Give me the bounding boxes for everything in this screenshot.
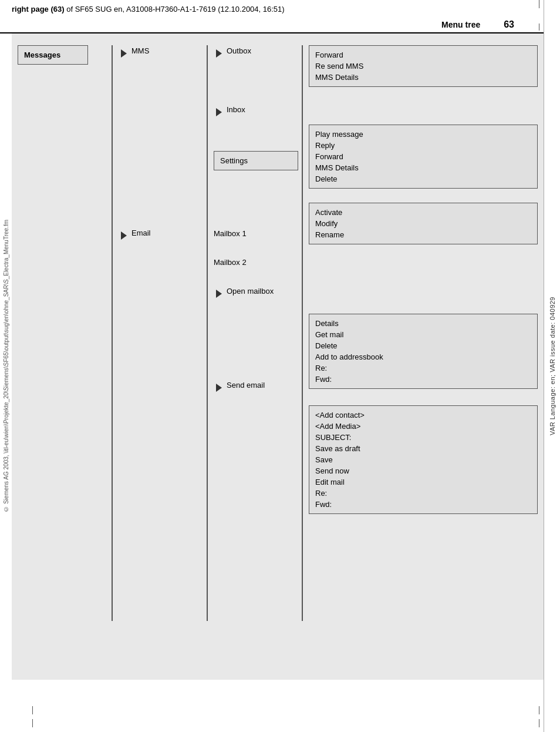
send-email-add-media: <Add Media> <box>315 421 531 432</box>
col4: Forward Re send MMS MMS Details Play mes… <box>303 39 538 627</box>
email-arrow-row: Email <box>119 227 203 241</box>
mailbox1-group: Mailbox 1 <box>214 228 298 239</box>
right-sidebar: VAR Language: en; VAR issue date: 040929 <box>544 0 560 732</box>
send-email-add-contact: <Add contact> <box>315 409 531 421</box>
outbox-details-box: Forward Re send MMS MMS Details <box>309 45 538 87</box>
col1-messages: Messages <box>18 39 112 627</box>
messages-box: Messages <box>18 45 88 65</box>
inbox-mms-details: MMS Details <box>315 162 531 173</box>
inbox-label-wrap: Inbox <box>227 104 245 115</box>
outbox-arrow-icon <box>216 49 222 58</box>
spacer-settings-mailbox1 <box>214 193 298 228</box>
open-mailbox-add-addressbook: Add to addressbook <box>315 351 531 362</box>
settings-details-box: Activate Modify Rename <box>309 203 538 244</box>
send-email-save: Save <box>315 454 531 465</box>
spacer-open-mailbox-send-email-details <box>309 399 538 405</box>
header-rest: of SF65 SUG en, A31008-H7360-A1-1-7619 (… <box>65 5 285 14</box>
email-arrow-icon <box>121 231 127 240</box>
inbox-details-box: Play message Reply Forward MMS Details D… <box>309 125 538 189</box>
inbox-label: Inbox <box>227 104 245 115</box>
left-sidebar: © Siemens AG 2003, \itl-eu\wien\Projekte… <box>0 35 12 697</box>
open-mailbox-arrow-icon <box>216 290 222 298</box>
send-email-send-now: Send now <box>315 465 531 476</box>
open-mailbox-fwd: Fwd: <box>315 374 531 385</box>
main-content: Messages MMS <box>12 33 544 680</box>
open-mailbox-label: Open mailbox <box>227 286 274 297</box>
open-mailbox-details: Details <box>315 318 531 329</box>
spacer-settings-open-mailbox-details <box>309 255 538 314</box>
open-mailbox-details-box: Details Get mail Delete Add to addressbo… <box>309 314 538 389</box>
inbox-arrow-row: Inbox <box>214 104 298 118</box>
mms-arrow <box>119 49 129 59</box>
open-mailbox-arrow <box>214 290 224 300</box>
left-sidebar-text: © Siemens AG 2003, \itl-eu\wien\Projekte… <box>3 220 9 512</box>
spacer-open-mailbox-send <box>214 303 298 380</box>
settings-activate: Activate <box>315 207 531 218</box>
inbox-forward: Forward <box>315 151 531 162</box>
outbox-arrow-row: Outbox <box>214 45 298 59</box>
send-email-details-box: <Add contact> <Add Media> SUBJECT: Save … <box>309 405 538 514</box>
send-email-subject: SUBJECT: <box>315 432 531 443</box>
deco-line <box>539 23 539 31</box>
menu-tree: Messages MMS <box>18 39 538 627</box>
send-email-arrow-row: Send email <box>214 380 298 394</box>
page-title-bar: Menu tree 63 <box>0 16 544 33</box>
open-mailbox-re: Re: <box>315 362 531 374</box>
deco-bottom-left <box>32 706 33 714</box>
send-email-label: Send email <box>227 380 265 391</box>
open-mailbox-details-group: Details Get mail Delete Add to addressbo… <box>309 314 538 394</box>
inbox-delete: Delete <box>315 173 531 184</box>
settings-box: Settings <box>214 151 298 170</box>
settings-rename: Rename <box>315 229 531 240</box>
outbox-forward: Forward <box>315 49 531 61</box>
deco-bottom-left2 <box>32 719 33 727</box>
mms-box: MMS <box>131 45 149 56</box>
settings-details-group: Activate Modify Rename <box>309 203 538 249</box>
messages-label: Messages <box>24 49 82 61</box>
inbox-arrow <box>214 108 224 118</box>
send-email-arrow <box>214 384 224 394</box>
outbox-label: Outbox <box>227 45 251 56</box>
top-header: right page (63) of SF65 SUG en, A31008-H… <box>0 0 560 16</box>
send-email-edit-mail: Edit mail <box>315 476 531 488</box>
settings-modify: Modify <box>315 218 531 229</box>
page-number: 63 <box>504 19 514 30</box>
send-email-save-as-draft: Save as draft <box>315 443 531 454</box>
page-title: Menu tree <box>441 20 480 29</box>
mailbox2-group: Mailbox 2 <box>214 257 298 268</box>
email-arrow <box>119 231 129 241</box>
open-mailbox-arrow-row: Open mailbox <box>214 286 298 300</box>
spacer-outbox-inbox <box>214 63 298 104</box>
send-email-fwd: Fwd: <box>315 499 531 510</box>
send-email-re: Re: <box>315 488 531 499</box>
open-mailbox-delete: Delete <box>315 340 531 351</box>
col3: Outbox Inbox Settings <box>208 39 302 627</box>
send-email-label-wrap: Send email <box>227 380 265 391</box>
deco-bottom-right2 <box>539 719 539 727</box>
open-mailbox-label-wrap: Open mailbox <box>227 286 274 297</box>
col2-spacer <box>119 63 203 227</box>
outbox-resend-mms: Re send MMS <box>315 61 531 72</box>
mms-arrow-icon <box>121 49 127 58</box>
settings-label: Settings <box>220 155 292 166</box>
inbox-play-message: Play message <box>315 129 531 140</box>
mms-label: MMS <box>131 45 149 56</box>
outbox-label-wrap: Outbox <box>227 45 251 56</box>
inbox-arrow-icon <box>216 108 222 116</box>
right-sidebar-text: VAR Language: en; VAR issue date: 040929 <box>549 297 556 435</box>
open-mailbox-get-mail: Get mail <box>315 329 531 340</box>
inbox-details-group: Play message Reply Forward MMS Details D… <box>309 125 538 193</box>
inbox-reply: Reply <box>315 140 531 151</box>
mailbox1-label: Mailbox 1 <box>214 228 298 239</box>
deco-line <box>539 0 539 8</box>
col2: MMS Email <box>113 39 207 627</box>
settings-group: Settings <box>214 151 298 175</box>
spacer-outbox-inbox-details <box>309 98 538 125</box>
send-email-details-group: <Add contact> <Add Media> SUBJECT: Save … <box>309 405 538 519</box>
mms-arrow-row: MMS <box>119 45 203 59</box>
outbox-mms-details: MMS Details <box>315 72 531 83</box>
email-box: Email <box>131 227 151 239</box>
spacer-inbox-settings <box>214 122 298 151</box>
header-bold: right page (63) <box>12 5 65 14</box>
deco-bottom-right <box>539 706 539 714</box>
